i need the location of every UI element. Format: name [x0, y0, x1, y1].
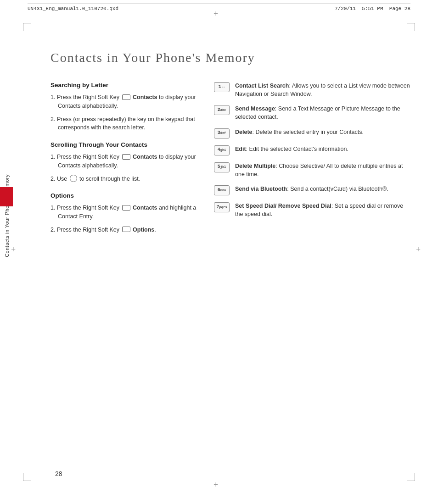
- crosshair-bottom: [215, 484, 223, 491]
- header-datetime: 7/20/11 5:51 PM Page 28: [335, 6, 410, 11]
- option-icon-2: 2abc: [214, 105, 231, 115]
- list-item: 6mno Send via Bluetooth: Send a contact(…: [214, 185, 410, 195]
- list-item: 1. Press the Right Soft Key Contacts and…: [51, 204, 197, 221]
- section-scrolling: Scrolling Through Your Contacts 1. Press…: [51, 141, 197, 183]
- sidebar-red-bar: [0, 187, 13, 206]
- list-item: 2. Use to scroll through the list.: [51, 175, 197, 183]
- reg-mark-bl: [23, 473, 31, 481]
- option-icon-7: 7pqrs: [214, 202, 231, 212]
- navkey-icon: [70, 175, 77, 182]
- section-searching: Searching by Letter 1. Press the Right S…: [51, 82, 197, 132]
- option-icon-1: 1▪▪: [214, 82, 231, 92]
- list-item: 2abc Send Message: Send a Text Message o…: [214, 105, 410, 121]
- page-number: 28: [55, 470, 62, 477]
- softkey-icon: [122, 94, 130, 100]
- list-item: 3def Delete: Delete the selected entry i…: [214, 128, 410, 138]
- main-content: Contacts in Your Phone's Memory Searchin…: [51, 50, 410, 467]
- two-column-layout: Searching by Letter 1. Press the Right S…: [51, 82, 410, 244]
- options-list: 1. Press the Right Soft Key Contacts and…: [51, 204, 197, 234]
- softkey-icon: [122, 205, 130, 210]
- option-icon-6: 6mno: [214, 185, 231, 195]
- option-text-5: Delete Multiple: Choose Selective/ All t…: [235, 162, 410, 178]
- option-text-2: Send Message: Send a Text Message or Pic…: [235, 105, 410, 121]
- section-heading-options: Options: [51, 192, 197, 199]
- right-column: 1▪▪ Contact List Search: Allows you to s…: [214, 82, 410, 244]
- softkey-icon: [122, 154, 130, 160]
- list-item: 2. Press (or press repeatedly) the key o…: [51, 115, 197, 133]
- reg-mark-tl: [23, 23, 31, 31]
- crosshair-right: [418, 249, 425, 256]
- option-text-4: Edit: Edit the selected Contact's inform…: [235, 145, 410, 153]
- scrolling-list: 1. Press the Right Soft Key Contacts to …: [51, 153, 197, 183]
- option-text-1: Contact List Search: Allows you to selec…: [235, 82, 410, 98]
- header-filename: UN431_Eng_manual1.0_110720.qxd: [28, 6, 118, 11]
- option-text-3: Delete: Delete the selected entry in you…: [235, 128, 410, 136]
- left-column: Searching by Letter 1. Press the Right S…: [51, 82, 197, 244]
- reg-mark-tr: [407, 23, 415, 31]
- option-icon-5: 5jkl: [214, 162, 231, 172]
- option-text-6: Send via Bluetooth: Send a contact(vCard…: [235, 185, 410, 193]
- list-item: 4ghi Edit: Edit the selected Contact's i…: [214, 145, 410, 155]
- sidebar-tab: Contacts in Your Phone's Memory: [0, 128, 15, 303]
- searching-list: 1. Press the Right Soft Key Contacts to …: [51, 93, 197, 132]
- reg-mark-br: [407, 473, 415, 481]
- list-item: 1. Press the Right Soft Key Contacts to …: [51, 93, 197, 111]
- option-icon-3: 3def: [214, 128, 231, 138]
- page-title: Contacts in Your Phone's Memory: [51, 50, 410, 65]
- right-options-list: 1▪▪ Contact List Search: Allows you to s…: [214, 82, 410, 218]
- section-options: Options 1. Press the Right Soft Key Cont…: [51, 192, 197, 234]
- list-item: 2. Press the Right Soft Key Options.: [51, 226, 197, 234]
- sidebar-label: Contacts in Your Phone's Memory: [4, 174, 11, 257]
- section-heading-scrolling: Scrolling Through Your Contacts: [51, 141, 197, 148]
- option-icon-4: 4ghi: [214, 145, 231, 155]
- crosshair-top: [215, 13, 223, 20]
- header-bar: UN431_Eng_manual1.0_110720.qxd 7/20/11 5…: [28, 4, 410, 11]
- softkey-icon: [122, 227, 130, 232]
- list-item: 5jkl Delete Multiple: Choose Selective/ …: [214, 162, 410, 178]
- list-item: 1. Press the Right Soft Key Contacts to …: [51, 153, 197, 170]
- list-item: 7pqrs Set Speed Dial/ Remove Speed Dial:…: [214, 202, 410, 218]
- option-text-7: Set Speed Dial/ Remove Speed Dial: Set a…: [235, 202, 410, 218]
- section-heading-searching: Searching by Letter: [51, 82, 197, 89]
- list-item: 1▪▪ Contact List Search: Allows you to s…: [214, 82, 410, 98]
